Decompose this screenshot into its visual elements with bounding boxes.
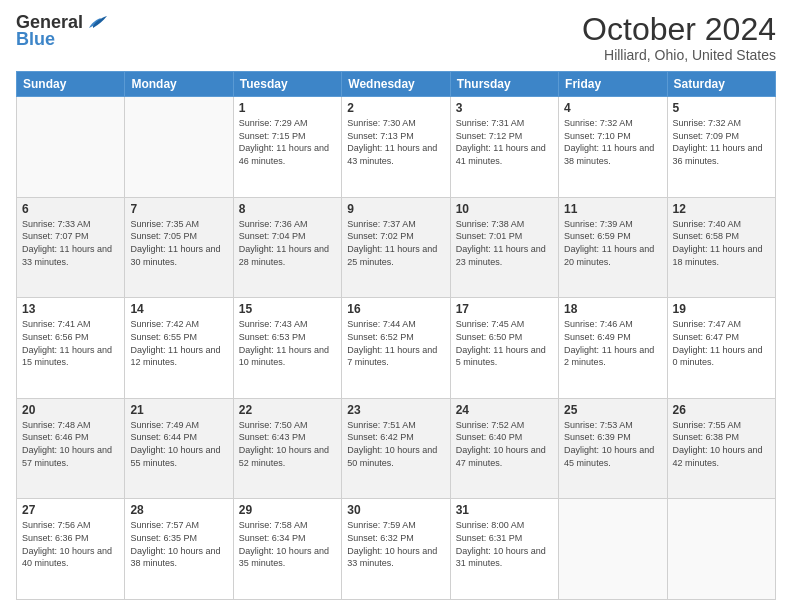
calendar-day-header: Monday [125, 72, 233, 97]
calendar-cell [125, 97, 233, 198]
calendar-cell: 30Sunrise: 7:59 AM Sunset: 6:32 PM Dayli… [342, 499, 450, 600]
day-number: 9 [347, 202, 444, 216]
day-number: 15 [239, 302, 336, 316]
calendar-cell: 15Sunrise: 7:43 AM Sunset: 6:53 PM Dayli… [233, 298, 341, 399]
calendar-cell: 29Sunrise: 7:58 AM Sunset: 6:34 PM Dayli… [233, 499, 341, 600]
day-number: 13 [22, 302, 119, 316]
day-number: 1 [239, 101, 336, 115]
calendar-cell: 20Sunrise: 7:48 AM Sunset: 6:46 PM Dayli… [17, 398, 125, 499]
logo: General Blue [16, 12, 107, 50]
day-number: 18 [564, 302, 661, 316]
calendar-cell: 1Sunrise: 7:29 AM Sunset: 7:15 PM Daylig… [233, 97, 341, 198]
day-number: 29 [239, 503, 336, 517]
day-info: Sunrise: 7:42 AM Sunset: 6:55 PM Dayligh… [130, 318, 227, 368]
day-info: Sunrise: 7:48 AM Sunset: 6:46 PM Dayligh… [22, 419, 119, 469]
calendar-cell: 26Sunrise: 7:55 AM Sunset: 6:38 PM Dayli… [667, 398, 775, 499]
logo-bird-icon [85, 14, 107, 32]
day-number: 11 [564, 202, 661, 216]
calendar-cell: 11Sunrise: 7:39 AM Sunset: 6:59 PM Dayli… [559, 197, 667, 298]
day-info: Sunrise: 7:36 AM Sunset: 7:04 PM Dayligh… [239, 218, 336, 268]
calendar-day-header: Tuesday [233, 72, 341, 97]
day-info: Sunrise: 7:40 AM Sunset: 6:58 PM Dayligh… [673, 218, 770, 268]
day-number: 4 [564, 101, 661, 115]
calendar-cell: 7Sunrise: 7:35 AM Sunset: 7:05 PM Daylig… [125, 197, 233, 298]
day-number: 28 [130, 503, 227, 517]
calendar-week-row: 13Sunrise: 7:41 AM Sunset: 6:56 PM Dayli… [17, 298, 776, 399]
day-number: 16 [347, 302, 444, 316]
day-info: Sunrise: 7:30 AM Sunset: 7:13 PM Dayligh… [347, 117, 444, 167]
calendar-cell: 16Sunrise: 7:44 AM Sunset: 6:52 PM Dayli… [342, 298, 450, 399]
day-number: 31 [456, 503, 553, 517]
day-info: Sunrise: 7:52 AM Sunset: 6:40 PM Dayligh… [456, 419, 553, 469]
day-number: 20 [22, 403, 119, 417]
day-number: 26 [673, 403, 770, 417]
day-number: 30 [347, 503, 444, 517]
calendar-table: SundayMondayTuesdayWednesdayThursdayFrid… [16, 71, 776, 600]
calendar-week-row: 20Sunrise: 7:48 AM Sunset: 6:46 PM Dayli… [17, 398, 776, 499]
calendar-cell: 10Sunrise: 7:38 AM Sunset: 7:01 PM Dayli… [450, 197, 558, 298]
day-number: 14 [130, 302, 227, 316]
calendar-day-header: Thursday [450, 72, 558, 97]
day-info: Sunrise: 7:45 AM Sunset: 6:50 PM Dayligh… [456, 318, 553, 368]
day-info: Sunrise: 7:31 AM Sunset: 7:12 PM Dayligh… [456, 117, 553, 167]
day-info: Sunrise: 7:32 AM Sunset: 7:10 PM Dayligh… [564, 117, 661, 167]
day-info: Sunrise: 7:50 AM Sunset: 6:43 PM Dayligh… [239, 419, 336, 469]
day-info: Sunrise: 7:39 AM Sunset: 6:59 PM Dayligh… [564, 218, 661, 268]
day-number: 19 [673, 302, 770, 316]
day-number: 24 [456, 403, 553, 417]
day-number: 21 [130, 403, 227, 417]
calendar-cell [17, 97, 125, 198]
day-info: Sunrise: 7:41 AM Sunset: 6:56 PM Dayligh… [22, 318, 119, 368]
location: Hilliard, Ohio, United States [582, 47, 776, 63]
calendar-cell: 17Sunrise: 7:45 AM Sunset: 6:50 PM Dayli… [450, 298, 558, 399]
calendar-cell: 25Sunrise: 7:53 AM Sunset: 6:39 PM Dayli… [559, 398, 667, 499]
calendar-header-row: SundayMondayTuesdayWednesdayThursdayFrid… [17, 72, 776, 97]
calendar-day-header: Sunday [17, 72, 125, 97]
day-info: Sunrise: 7:46 AM Sunset: 6:49 PM Dayligh… [564, 318, 661, 368]
day-number: 27 [22, 503, 119, 517]
calendar-cell: 6Sunrise: 7:33 AM Sunset: 7:07 PM Daylig… [17, 197, 125, 298]
calendar-cell: 27Sunrise: 7:56 AM Sunset: 6:36 PM Dayli… [17, 499, 125, 600]
page: General Blue October 2024 Hilliard, Ohio… [0, 0, 792, 612]
day-info: Sunrise: 7:53 AM Sunset: 6:39 PM Dayligh… [564, 419, 661, 469]
calendar-cell: 31Sunrise: 8:00 AM Sunset: 6:31 PM Dayli… [450, 499, 558, 600]
day-info: Sunrise: 7:44 AM Sunset: 6:52 PM Dayligh… [347, 318, 444, 368]
calendar-day-header: Wednesday [342, 72, 450, 97]
calendar-cell: 14Sunrise: 7:42 AM Sunset: 6:55 PM Dayli… [125, 298, 233, 399]
day-number: 25 [564, 403, 661, 417]
day-info: Sunrise: 7:57 AM Sunset: 6:35 PM Dayligh… [130, 519, 227, 569]
day-info: Sunrise: 7:29 AM Sunset: 7:15 PM Dayligh… [239, 117, 336, 167]
calendar-cell: 19Sunrise: 7:47 AM Sunset: 6:47 PM Dayli… [667, 298, 775, 399]
calendar-day-header: Saturday [667, 72, 775, 97]
calendar-cell: 22Sunrise: 7:50 AM Sunset: 6:43 PM Dayli… [233, 398, 341, 499]
day-info: Sunrise: 7:56 AM Sunset: 6:36 PM Dayligh… [22, 519, 119, 569]
day-info: Sunrise: 7:35 AM Sunset: 7:05 PM Dayligh… [130, 218, 227, 268]
calendar-cell: 4Sunrise: 7:32 AM Sunset: 7:10 PM Daylig… [559, 97, 667, 198]
day-number: 7 [130, 202, 227, 216]
calendar-cell: 9Sunrise: 7:37 AM Sunset: 7:02 PM Daylig… [342, 197, 450, 298]
day-info: Sunrise: 7:37 AM Sunset: 7:02 PM Dayligh… [347, 218, 444, 268]
calendar-cell: 5Sunrise: 7:32 AM Sunset: 7:09 PM Daylig… [667, 97, 775, 198]
day-info: Sunrise: 7:32 AM Sunset: 7:09 PM Dayligh… [673, 117, 770, 167]
calendar-cell: 28Sunrise: 7:57 AM Sunset: 6:35 PM Dayli… [125, 499, 233, 600]
day-number: 8 [239, 202, 336, 216]
day-info: Sunrise: 7:59 AM Sunset: 6:32 PM Dayligh… [347, 519, 444, 569]
day-number: 23 [347, 403, 444, 417]
calendar-week-row: 6Sunrise: 7:33 AM Sunset: 7:07 PM Daylig… [17, 197, 776, 298]
calendar-cell [667, 499, 775, 600]
calendar-week-row: 27Sunrise: 7:56 AM Sunset: 6:36 PM Dayli… [17, 499, 776, 600]
day-number: 5 [673, 101, 770, 115]
day-info: Sunrise: 7:49 AM Sunset: 6:44 PM Dayligh… [130, 419, 227, 469]
day-number: 3 [456, 101, 553, 115]
day-number: 6 [22, 202, 119, 216]
day-number: 2 [347, 101, 444, 115]
day-number: 17 [456, 302, 553, 316]
day-number: 22 [239, 403, 336, 417]
calendar-cell: 8Sunrise: 7:36 AM Sunset: 7:04 PM Daylig… [233, 197, 341, 298]
calendar-cell: 21Sunrise: 7:49 AM Sunset: 6:44 PM Dayli… [125, 398, 233, 499]
title-block: October 2024 Hilliard, Ohio, United Stat… [582, 12, 776, 63]
month-title: October 2024 [582, 12, 776, 47]
calendar-cell: 3Sunrise: 7:31 AM Sunset: 7:12 PM Daylig… [450, 97, 558, 198]
calendar-cell: 23Sunrise: 7:51 AM Sunset: 6:42 PM Dayli… [342, 398, 450, 499]
header: General Blue October 2024 Hilliard, Ohio… [16, 12, 776, 63]
